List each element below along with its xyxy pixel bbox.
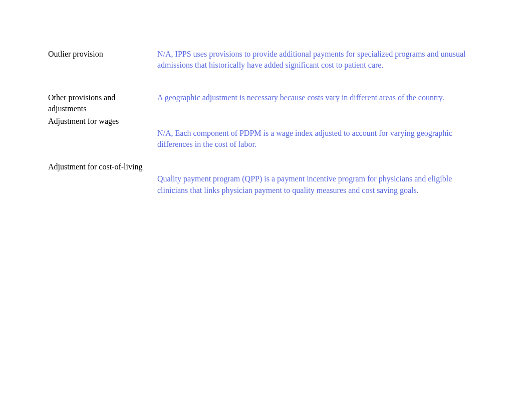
- row-description: [157, 116, 467, 128]
- row-label: Adjustment for cost-of-living: [48, 161, 157, 173]
- row-label: Adjustment for wages: [48, 116, 157, 128]
- document-content: Outlier provision N/A, IPPS uses provisi…: [0, 0, 532, 197]
- table-row: Quality payment program (QPP) is a payme…: [48, 173, 467, 197]
- row-description: A geographic adjustment is necessary bec…: [157, 92, 467, 116]
- table-row: Adjustment for wages: [48, 116, 467, 128]
- row-label: [48, 128, 157, 151]
- row-label: Other provisions and adjustments: [48, 92, 157, 116]
- table-row: Adjustment for cost-of-living: [48, 161, 467, 173]
- table-row: Outlier provision N/A, IPPS uses provisi…: [48, 49, 467, 72]
- row-description: Quality payment program (QPP) is a payme…: [157, 173, 467, 197]
- table-row: Other provisions and adjustments A geogr…: [48, 92, 467, 116]
- table-row: N/A, Each component of PDPM is a wage in…: [48, 128, 467, 151]
- row-description: N/A, IPPS uses provisions to provide add…: [157, 49, 467, 72]
- row-description: [157, 161, 467, 173]
- provisions-table: Outlier provision N/A, IPPS uses provisi…: [48, 49, 467, 197]
- row-label: [48, 173, 157, 197]
- row-label: Outlier provision: [48, 49, 157, 72]
- row-description: N/A, Each component of PDPM is a wage in…: [157, 128, 467, 151]
